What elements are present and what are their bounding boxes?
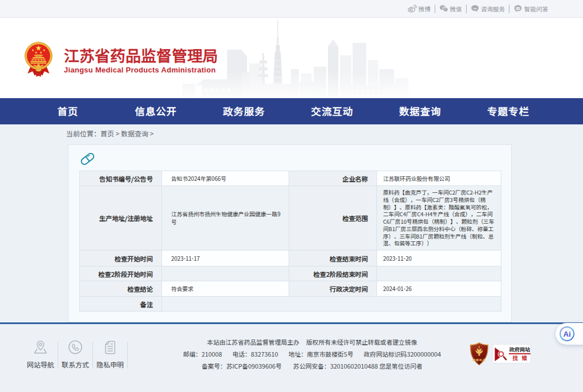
site-titles: 江苏省药品监督管理局 Jiangsu Medical Products Admi…: [64, 47, 218, 74]
phone-icon: [67, 340, 83, 358]
document-icon: [102, 340, 118, 358]
site-header: 江苏省药品监督管理局 Jiangsu Medical Products Admi…: [0, 18, 583, 98]
breadcrumb-link-home[interactable]: 首页: [100, 128, 114, 138]
footer-badges: 党政机关 政府网站 找 错: [469, 342, 531, 366]
footer-link-contact-label: 联系方式: [62, 360, 89, 369]
detail-value-cell: 2023-11-20: [377, 250, 501, 266]
wechat-icon: [439, 5, 448, 12]
inspection-detail-table: 告知书编号/公告号告知书2024年第066号企业名称江苏联环药业股份有限公司生产…: [79, 171, 501, 312]
footer: 网站导航 联系方式 隐私申明 本站由江苏省药品监督管理局主办版权所有未经许: [0, 324, 583, 392]
detail-label-cell: 检查2阶段结束时间: [289, 266, 377, 281]
detail-value-cell: 2024-01-26: [377, 281, 501, 297]
nav-item-home[interactable]: 首页: [24, 98, 112, 124]
detail-label-cell: 检查结束时间: [289, 250, 377, 266]
detail-value-cell: 2023-11-17: [162, 250, 289, 266]
detail-label-cell: 生产地址/注册地址: [80, 186, 162, 250]
detail-label-cell: 行政决定时间: [289, 281, 377, 297]
footer-info-segment: 电话：83273610: [232, 349, 278, 358]
map-pin-icon: [33, 340, 48, 358]
detail-label-cell: 企业名称: [289, 171, 377, 186]
detail-label-cell: 告知书编号/公告号: [80, 171, 162, 186]
national-emblem-logo: [23, 41, 54, 79]
content-area: 当前位置：首页 > 数据查询 > 告知书编号/公告号告知书2024年第066号企…: [0, 124, 583, 322]
detail-value-cell: 原料药【曲克芦丁，一车间C2厂房C2-H2生产线（合成），一车间C2厂房3号精烘…: [377, 186, 501, 250]
footer-info-segment: 邮编：210008: [183, 349, 222, 358]
footer-info-line3: 备案号：苏ICP备09039606号苏公网安备：32010602010488 您…: [169, 360, 455, 372]
detail-value-cell: 告知书2024年第066号: [162, 171, 289, 186]
site-title-english: Jiangsu Medical Products Administration: [64, 66, 218, 74]
table-row: 检查开始时间2023-11-17检查结束时间2023-11-20: [80, 250, 501, 266]
nav-item-services[interactable]: 政务服务: [200, 98, 288, 124]
footer-info-line2: 邮编：210008电话：83273610地址：南京市鼓楼街5号政府网站标识码32…: [169, 348, 455, 360]
consult-link[interactable]: 咨询服务: [471, 5, 505, 13]
detail-value-cell: [162, 266, 289, 281]
error-report-sub: 找 错: [511, 355, 529, 361]
footer-separator: [127, 342, 128, 368]
pill-icon: [80, 151, 95, 167]
table-row: 备注: [80, 297, 501, 312]
detail-value-cell: [162, 297, 501, 312]
breadcrumb-link-data-query[interactable]: 数据查询: [121, 128, 148, 138]
nav-item-info[interactable]: 信息公开: [112, 98, 200, 124]
qa-label: 智能问答: [524, 5, 548, 13]
footer-info-segment: 备案号：苏ICP备09039606号: [201, 361, 281, 370]
breadcrumb: 当前位置：首页 > 数据查询 >: [0, 124, 583, 138]
footer-link-privacy[interactable]: 隐私申明: [93, 340, 127, 369]
footer-nav: 网站导航 联系方式 隐私申明: [23, 340, 128, 369]
footer-info-segment: 本站由江苏省药品监督管理局主办: [207, 337, 299, 346]
error-report-title: 政府网站: [509, 346, 530, 353]
footer-link-sitemap[interactable]: 网站导航: [23, 340, 58, 369]
wechat-link[interactable]: 微信: [439, 5, 462, 13]
weibo-label: 微博: [419, 5, 431, 13]
error-report-magnifier-icon: [493, 345, 508, 363]
footer-link-contact[interactable]: 联系方式: [58, 340, 92, 369]
error-report-text: 政府网站 找 错: [509, 346, 531, 362]
footer-info-segment: 地址：南京市鼓楼街5号: [289, 349, 354, 358]
wechat-label: 微信: [450, 5, 462, 13]
ai-assistant-button[interactable]: Ai: [556, 323, 583, 345]
table-row: 检查2阶段开始时间检查2阶段结束时间: [80, 266, 501, 281]
topbar-separator: [509, 5, 509, 13]
nav-item-data-query[interactable]: 数据查询: [376, 98, 464, 124]
table-row: 生产地址/注册地址江苏省扬州市扬州生物健康产业园健康一路9号检查范围原料药【曲克…: [80, 186, 501, 250]
ai-assistant-icon: Ai: [560, 326, 574, 341]
topbar: 微博 微信 咨询服务 智能问答: [0, 0, 583, 18]
nav-item-interaction[interactable]: 交流互动: [288, 98, 376, 124]
nav-item-topics[interactable]: 专题专栏: [464, 98, 552, 124]
detail-label-cell: 检查开始时间: [80, 250, 162, 266]
site-title-chinese: 江苏省药品监督管理局: [64, 47, 218, 63]
table-row: 告知书编号/公告号告知书2024年第066号企业名称江苏联环药业股份有限公司: [80, 171, 501, 186]
footer-link-sitemap-label: 网站导航: [27, 360, 54, 369]
qa-link[interactable]: 智能问答: [513, 5, 548, 13]
topbar-separator: [435, 5, 435, 13]
breadcrumb-prefix: 当前位置：: [66, 128, 100, 138]
detail-label-cell: 检查2阶段开始时间: [80, 266, 162, 281]
footer-link-privacy-label: 隐私申明: [96, 360, 124, 369]
ai-label: Ai: [561, 328, 574, 341]
detail-value-cell: 江苏省扬州市扬州生物健康产业园健康一路9号: [162, 186, 289, 250]
detail-value-cell: 江苏联环药业股份有限公司: [377, 171, 501, 186]
weibo-link[interactable]: 微博: [407, 5, 431, 13]
gov-site-error-report-badge[interactable]: 政府网站 找 错: [493, 345, 531, 363]
footer-info-segment: 苏公网安备：32010602010488 您是第位访问者: [293, 361, 423, 370]
detail-value-cell: 符合要求: [162, 281, 289, 297]
detail-value-cell: [377, 266, 501, 281]
svg-text:党政机关: 党政机关: [473, 358, 486, 362]
detail-label-cell: 备注: [80, 297, 162, 312]
consult-label: 咨询服务: [481, 5, 505, 13]
footer-info-line1: 本站由江苏省药品监督管理局主办版权所有未经许可禁止转载或者建立镜像: [169, 336, 455, 348]
consult-icon: [471, 5, 480, 13]
party-gov-badge[interactable]: 党政机关: [469, 342, 489, 366]
detail-label-cell: 检查范围: [289, 186, 377, 250]
table-row: 检查结论符合要求行政决定时间2024-01-26: [80, 281, 501, 297]
footer-info: 本站由江苏省药品监督管理局主办版权所有未经许可禁止转载或者建立镜像 邮编：210…: [169, 336, 455, 372]
footer-info-segment: 政府网站标识码3200000004: [364, 349, 442, 358]
main-nav: 首页 信息公开 政务服务 交流互动 数据查询 专题专栏: [0, 98, 583, 124]
topbar-separator: [466, 5, 467, 13]
weibo-icon: [407, 5, 417, 13]
detail-label-cell: 检查结论: [80, 281, 162, 297]
detail-panel: 告知书编号/公告号告知书2024年第066号企业名称江苏联环药业股份有限公司生产…: [68, 144, 512, 322]
qa-icon: [513, 5, 523, 13]
footer-info-segment: 版权所有未经许可禁止转载或者建立镜像: [306, 337, 417, 346]
